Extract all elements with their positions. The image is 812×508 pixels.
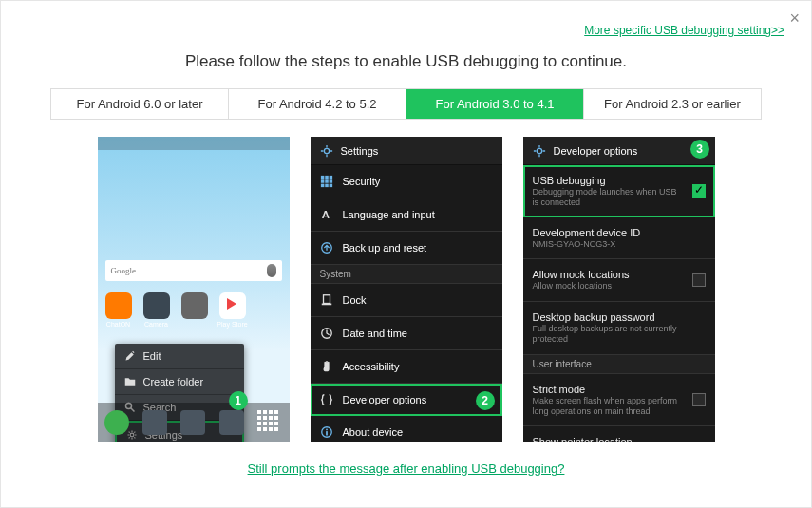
- row-security: Security: [311, 165, 502, 198]
- usb-debugging-title: USB debugging: [533, 175, 683, 186]
- top-link-container: More specific USB debugging setting>>: [28, 24, 784, 37]
- svg-rect-11: [329, 184, 332, 188]
- device-id-sub: NMIS-GYAO-NCG3-X: [533, 239, 706, 250]
- hand-icon: [320, 360, 333, 373]
- row-developer-options: Developer options: [311, 384, 502, 416]
- tab-android-3-0[interactable]: For Android 3.0 to 4.1: [406, 89, 583, 119]
- svg-rect-9: [320, 184, 324, 188]
- gear-icon: [533, 144, 546, 158]
- phone-step-2: Settings Security A Language and input B…: [311, 137, 502, 442]
- svg-rect-10: [325, 184, 329, 188]
- dialog: × More specific USB debugging setting>> …: [0, 0, 812, 508]
- step-badge-3: 3: [690, 140, 709, 159]
- usb-debugging-checkbox: [692, 184, 706, 198]
- pencil-icon: [124, 350, 136, 362]
- backup-pw-sub: Full desktop backups are not currently p…: [533, 324, 706, 345]
- svg-rect-15: [321, 304, 331, 306]
- phone-icon: [104, 410, 129, 435]
- row-language: A Language and input: [311, 198, 502, 232]
- google-search-bar: Google: [105, 260, 282, 281]
- tab-android-6[interactable]: For Android 6.0 or later: [51, 89, 228, 119]
- svg-rect-5: [329, 176, 332, 179]
- status-bar: [98, 137, 290, 150]
- row-security-label: Security: [343, 176, 381, 187]
- row-language-label: Language and input: [343, 209, 435, 220]
- chaton-icon: ChatON: [105, 292, 132, 319]
- row-about-label: About device: [343, 426, 404, 438]
- settings-header: Settings: [311, 137, 502, 165]
- phones-row: 16:37 Fri, Jan 18 Tap to add city Google…: [28, 137, 784, 442]
- tab-android-4-2[interactable]: For Android 4.2 to 5.2: [228, 89, 406, 119]
- tab-android-2-3[interactable]: For Android 2.3 or earlier: [583, 89, 761, 119]
- tabs: For Android 6.0 or later For Android 4.2…: [50, 88, 762, 120]
- messaging-icon: [180, 410, 205, 435]
- dialog-title: Please follow the steps to enable USB de…: [28, 52, 784, 71]
- row-backup-label: Back up and reset: [343, 242, 427, 254]
- more-settings-link[interactable]: More specific USB debugging setting>>: [584, 24, 784, 37]
- row-pointer-location: Show pointer location Screen overlay sho…: [523, 426, 715, 442]
- google-logo: Google: [111, 266, 137, 275]
- svg-rect-8: [329, 179, 332, 183]
- svg-point-20: [537, 148, 541, 153]
- camera-icon: Camera: [143, 292, 170, 319]
- usb-debugging-sub: Debugging mode launches when USB is conn…: [533, 187, 683, 208]
- row-backup-password: Desktop backup password Full desktop bac…: [523, 302, 715, 355]
- row-usb-debugging: USB debugging Debugging mode launches wh…: [523, 165, 715, 217]
- row-strict-mode: Strict mode Make screen flash when apps …: [523, 374, 715, 427]
- section-system: System: [311, 265, 502, 284]
- row-devopts-label: Developer options: [343, 394, 427, 405]
- step-badge-1: 1: [229, 391, 248, 410]
- gear-icon: [320, 144, 333, 158]
- svg-rect-4: [325, 176, 329, 179]
- strict-mode-checkbox: [692, 393, 706, 406]
- section-ui: User interface: [523, 355, 715, 374]
- menu-folder-label: Create folder: [143, 376, 204, 387]
- menu-edit: Edit: [115, 344, 244, 369]
- play-store-icon: Play Store: [219, 292, 246, 319]
- mic-icon: [267, 264, 276, 277]
- mock-loc-title: Allow mock locations: [533, 269, 683, 280]
- info-icon: [320, 425, 333, 439]
- menu-create-folder: Create folder: [115, 369, 244, 395]
- internet-icon: [219, 410, 244, 435]
- device-id-title: Development device ID: [533, 227, 706, 238]
- settings-header-label: Settings: [341, 145, 379, 157]
- braces-icon: [320, 393, 333, 406]
- app-icon: [181, 292, 208, 319]
- folder-plus-icon: [124, 376, 136, 387]
- apps-icon: [257, 410, 282, 435]
- row-about: About device: [311, 416, 502, 442]
- bottom-link-container: Still prompts the message after enabling…: [28, 461, 784, 476]
- svg-rect-19: [326, 431, 328, 435]
- row-mock-locations: Allow mock locations Allow mock location…: [523, 259, 715, 302]
- step-badge-2: 2: [476, 391, 495, 410]
- svg-text:A: A: [321, 209, 329, 220]
- clock-icon: [320, 327, 333, 340]
- mock-loc-checkbox: [692, 273, 706, 287]
- row-device-id: Development device ID NMIS-GYAO-NCG3-X: [523, 217, 715, 260]
- phone-step-3: Developer options 3 USB debugging Debugg…: [523, 137, 715, 442]
- close-button[interactable]: ×: [789, 9, 800, 28]
- dock: [98, 403, 290, 442]
- row-backup: Back up and reset: [311, 232, 502, 265]
- grid-icon: [320, 175, 333, 188]
- language-icon: A: [320, 208, 333, 221]
- row-datetime: Date and time: [311, 317, 502, 350]
- row-accessibility: Accessibility: [311, 350, 502, 384]
- phone-step-1: 16:37 Fri, Jan 18 Tap to add city Google…: [98, 137, 290, 442]
- svg-rect-7: [325, 179, 329, 183]
- row-dock-label: Dock: [343, 294, 367, 306]
- dock-icon: [320, 293, 333, 307]
- svg-point-2: [324, 148, 329, 153]
- svg-rect-6: [320, 179, 324, 183]
- menu-edit-label: Edit: [143, 350, 161, 362]
- contacts-icon: [142, 410, 167, 435]
- row-dock: Dock: [311, 284, 502, 317]
- svg-rect-14: [323, 295, 330, 304]
- still-prompts-link[interactable]: Still prompts the message after enabling…: [248, 461, 565, 476]
- backup-icon: [320, 241, 333, 254]
- mock-loc-sub: Allow mock locations: [533, 281, 683, 292]
- strict-mode-title: Strict mode: [533, 384, 683, 395]
- svg-rect-3: [320, 176, 324, 179]
- home-icons: ChatON Camera Play Store: [105, 292, 246, 319]
